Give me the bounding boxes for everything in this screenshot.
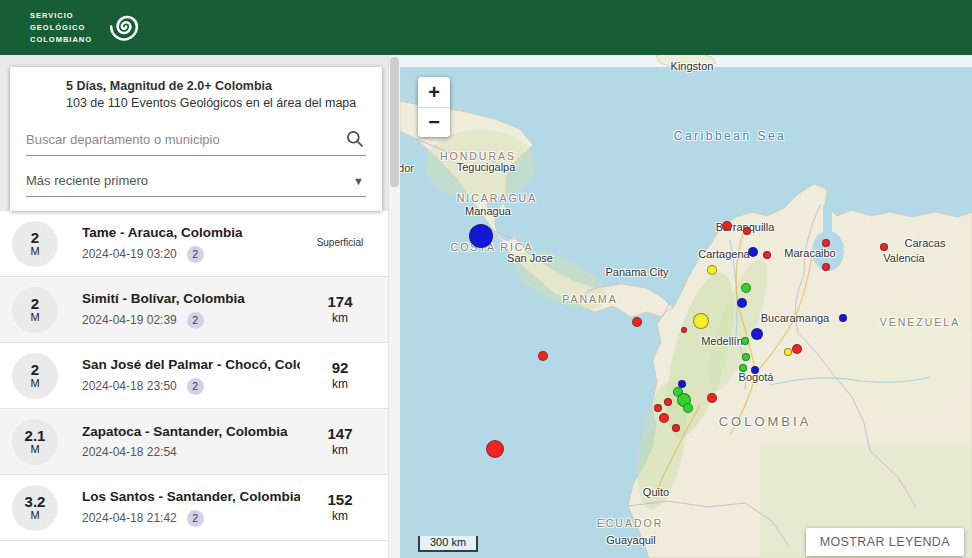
earthquake-marker-red[interactable] [792,344,802,354]
event-row[interactable]: 2.1 M Zapatoca - Santander, Colombia 202… [0,409,388,475]
depth-value: 174 [300,293,380,312]
event-count-badge: 2 [187,378,204,395]
earthquake-marker-red[interactable] [763,251,771,259]
event-time: 2024-04-18 21:42 [82,511,177,525]
sidebar-scrollbar-thumb[interactable] [390,57,399,187]
depth-unit: km [300,509,380,524]
magnitude-circle: 2 M [12,353,58,399]
earthquake-marker-red[interactable] [743,227,751,235]
earthquake-marker-blue[interactable] [737,298,747,308]
map-scale-bar: 300 km [418,536,478,552]
magnitude-value: 2 [31,230,39,246]
map-marker-layer [400,55,972,558]
earthquake-marker-red[interactable] [664,398,672,406]
zoom-out-button[interactable]: − [418,107,450,137]
earthquake-marker-red[interactable] [632,317,642,327]
magnitude-value: 2 [31,296,39,312]
magnitude-value: 2 [31,362,39,378]
event-row[interactable]: 2 M San José del Palmar - Chocó, Colo...… [0,343,388,409]
earthquake-marker-blue[interactable] [751,366,759,374]
earthquake-marker-blue[interactable] [839,314,847,322]
depth-unit: km [300,311,380,326]
event-title: Simití - Bolívar, Colombia [82,291,300,306]
results-summary: 5 Días, Magnitud de 2.0+ Colombia 103 de… [10,67,382,116]
event-depth: Superficial [300,237,380,250]
event-row[interactable]: 2 M Simití - Bolívar, Colombia 2024-04-1… [0,277,388,343]
sort-select[interactable]: Más reciente primero ▼ [26,168,366,197]
earthquake-marker-yellow[interactable] [707,265,717,275]
earthquake-marker-yellow[interactable] [693,313,709,329]
earthquake-marker-red[interactable] [707,393,717,403]
depth-value: 152 [300,491,380,510]
earthquake-marker-red[interactable] [822,239,830,247]
event-row[interactable]: 2 M Tame - Arauca, Colombia 2024-04-19 0… [0,211,388,277]
map[interactable]: KingstonCaribbean SeaHONDURASTegucigalpa… [400,55,972,558]
event-count-badge: 2 [187,510,204,527]
event-list: 2 M Tame - Arauca, Colombia 2024-04-19 0… [0,211,388,558]
event-count-badge: 2 [187,312,204,329]
event-row[interactable]: 3.2 M Los Santos - Santander, Colombia 2… [0,475,388,541]
filter-card: 5 Días, Magnitud de 2.0+ Colombia 103 de… [10,67,382,211]
event-depth: 152 km [300,491,380,525]
event-title: Los Santos - Santander, Colombia [82,489,300,504]
magnitude-unit: M [30,378,39,390]
event-time: 2024-04-19 02:39 [82,313,177,327]
event-info: Tame - Arauca, Colombia 2024-04-19 03:20… [82,225,300,263]
search-input[interactable] [26,132,344,147]
earthquake-marker-blue[interactable] [751,328,763,340]
event-depth: 92 km [300,359,380,393]
summary-count: 103 de 110 Eventos Geológicos en el área… [66,96,366,110]
event-title: San José del Palmar - Chocó, Colo... [82,357,300,372]
chevron-down-icon: ▼ [353,175,364,187]
event-time: 2024-04-18 23:50 [82,379,177,393]
zoom-in-button[interactable]: + [418,77,450,107]
sort-select-value: Más reciente primero [26,173,148,188]
earthquake-marker-red[interactable] [822,263,830,271]
earthquake-marker-blue[interactable] [469,224,493,248]
depth-value: Superficial [300,237,380,250]
event-count-badge: 2 [187,246,204,263]
earthquake-marker-red[interactable] [486,440,504,458]
event-title: Tame - Arauca, Colombia [82,225,300,240]
earthquake-marker-red[interactable] [880,243,888,251]
earthquake-marker-red[interactable] [659,413,669,423]
sidebar: 5 Días, Magnitud de 2.0+ Colombia 103 de… [0,55,400,558]
depth-value: 92 [300,359,380,378]
depth-unit: km [300,377,380,392]
earthquake-marker-red[interactable] [681,327,687,333]
earthquake-marker-green[interactable] [742,353,750,361]
sgc-spiral-logo-icon [104,9,144,47]
magnitude-circle: 2.1 M [12,419,58,465]
event-info: Zapatoca - Santander, Colombia 2024-04-1… [82,424,300,459]
earthquake-marker-green[interactable] [683,403,693,413]
event-depth: 174 km [300,293,380,327]
event-info: Simití - Bolívar, Colombia 2024-04-19 02… [82,291,300,329]
earthquake-marker-red[interactable] [722,221,732,231]
magnitude-circle: 2 M [12,221,58,267]
show-legend-button[interactable]: MOSTRAR LEYENDA [806,528,964,556]
earthquake-marker-red[interactable] [654,404,662,412]
depth-unit: km [300,443,380,458]
app-header: SERVICIO GEOLÓGICO COLOMBIANO [0,0,972,55]
event-time: 2024-04-18 22:54 [82,445,177,459]
magnitude-value: 2.1 [25,428,46,444]
earthquake-marker-red[interactable] [672,424,680,432]
earthquake-marker-green[interactable] [741,283,751,293]
search-icon[interactable] [344,128,366,150]
event-depth: 147 km [300,425,380,459]
sidebar-scrollbar-track [388,55,400,558]
magnitude-circle: 3.2 M [12,485,58,531]
magnitude-unit: M [30,510,39,522]
earthquake-marker-green[interactable] [739,364,747,372]
earthquake-marker-red[interactable] [538,351,548,361]
summary-title: 5 Días, Magnitud de 2.0+ Colombia [66,79,366,93]
search-field [26,128,366,156]
magnitude-circle: 2 M [12,287,58,333]
earthquake-marker-yellow[interactable] [784,348,792,356]
magnitude-unit: M [30,246,39,258]
earthquake-marker-blue[interactable] [748,247,758,257]
magnitude-unit: M [30,312,39,324]
earthquake-marker-green[interactable] [741,337,749,345]
logo-text: SERVICIO GEOLÓGICO COLOMBIANO [30,10,92,46]
depth-value: 147 [300,425,380,444]
